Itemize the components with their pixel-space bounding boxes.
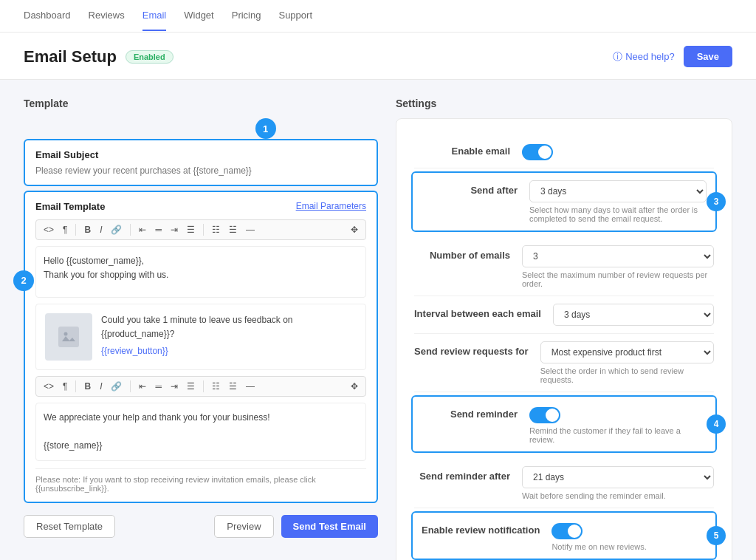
number-of-emails-desc: Select the maximum number of review requ… bbox=[522, 270, 714, 288]
product-preview: Could you take 1 minute to leave us feed… bbox=[35, 304, 366, 370]
email-params-link[interactable]: Email Parameters bbox=[296, 201, 366, 211]
nav-dashboard[interactable]: Dashboard bbox=[24, 1, 71, 31]
settings-section-title: Settings bbox=[396, 98, 732, 109]
send-review-requests-select[interactable]: Most expensive product first Most recent… bbox=[540, 341, 714, 363]
align-right-btn[interactable]: ⇥ bbox=[168, 223, 181, 236]
indent-btn[interactable]: — bbox=[243, 223, 258, 236]
send-review-requests-label: Send review requests for bbox=[414, 341, 529, 357]
number-of-emails-label: Number of emails bbox=[414, 245, 510, 261]
product-text1: Could you take 1 minute to leave us feed… bbox=[101, 315, 293, 325]
interval-select[interactable]: 3 days 1 day 2 days 5 days 7 days bbox=[553, 304, 714, 326]
format-btn-2[interactable]: ¶ bbox=[60, 380, 70, 393]
align-left-btn-2[interactable]: ⇤ bbox=[136, 380, 149, 393]
send-reminder-after-select[interactable]: 21 days 7 days 14 days 30 days bbox=[522, 466, 714, 488]
template-section-title: Template bbox=[24, 98, 378, 109]
product-image bbox=[45, 313, 92, 361]
send-after-desc: Select how many days to wait after the o… bbox=[529, 205, 707, 223]
align-justify-btn[interactable]: ☰ bbox=[184, 223, 198, 236]
italic-btn[interactable]: I bbox=[97, 223, 105, 236]
bold-btn[interactable]: B bbox=[81, 223, 94, 236]
link-btn[interactable]: 🔗 bbox=[108, 223, 125, 236]
nav-email[interactable]: Email bbox=[142, 1, 167, 31]
product-text-area: Could you take 1 minute to leave us feed… bbox=[101, 313, 293, 359]
send-after-highlighted: 3 Send after 3 days 1 day 2 days 5 days … bbox=[411, 171, 717, 232]
ol-btn-2[interactable]: ☱ bbox=[226, 380, 240, 393]
product-text2: {{product_name}}? bbox=[101, 327, 293, 341]
ul-btn-2[interactable]: ☷ bbox=[209, 380, 223, 393]
enable-review-notification-label: Enable review notification bbox=[422, 520, 540, 536]
badge-5: 5 bbox=[707, 526, 726, 545]
send-review-requests-row: Send review requests for Most expensive … bbox=[414, 334, 714, 392]
enable-email-label: Enable email bbox=[414, 141, 510, 157]
align-justify-btn-2[interactable]: ☰ bbox=[184, 380, 198, 393]
need-help-link[interactable]: ⓘ Need help? bbox=[613, 50, 675, 64]
footer-line1: We appreciate your help and thank you fo… bbox=[44, 411, 358, 425]
badge-1: 1 bbox=[255, 118, 276, 139]
enable-review-notification-highlighted: 5 Enable review notification Notify me o… bbox=[411, 511, 717, 560]
footer-note: Please note: If you want to stop receivi… bbox=[35, 468, 366, 493]
format-btn[interactable]: ¶ bbox=[60, 223, 70, 236]
page-title: Email Setup bbox=[24, 47, 117, 66]
send-test-button[interactable]: Send Test Email bbox=[281, 515, 378, 538]
align-left-btn[interactable]: ⇤ bbox=[136, 223, 149, 236]
send-reminder-highlighted: 4 Send reminder Remind the customer if t… bbox=[411, 395, 717, 453]
editor-area-1[interactable]: Hello {{customer_name}}, Thank you for s… bbox=[35, 246, 366, 298]
template-panel: Template 1 Email Subject 2 Email Templat… bbox=[24, 98, 378, 560]
enable-email-toggle[interactable] bbox=[522, 144, 553, 160]
enable-email-row: Enable email bbox=[414, 134, 714, 168]
number-of-emails-select[interactable]: 3 1 2 4 5 bbox=[522, 245, 714, 267]
send-after-select[interactable]: 3 days 1 day 2 days 5 days 7 days bbox=[529, 180, 707, 202]
nav-widget[interactable]: Widget bbox=[184, 1, 213, 31]
expand-btn-1[interactable]: ✥ bbox=[348, 223, 361, 236]
enabled-badge: Enabled bbox=[126, 50, 173, 64]
enable-review-notification-row: Enable review notification Notify me on … bbox=[422, 519, 707, 553]
send-after-row: Send after 3 days 1 day 2 days 5 days 7 … bbox=[422, 179, 707, 225]
indent-btn-2[interactable]: — bbox=[243, 380, 258, 393]
product-text3: {{review_button}} bbox=[101, 344, 293, 358]
number-of-emails-row: Number of emails 3 1 2 4 5 Select the ma… bbox=[414, 238, 714, 296]
email-subject-input[interactable] bbox=[35, 165, 366, 176]
email-subject-label: Email Subject bbox=[35, 149, 366, 160]
enable-review-notification-toggle[interactable] bbox=[551, 523, 583, 539]
editor-toolbar-2: <> ¶ B I 🔗 ⇤ ═ ⇥ ☰ ☷ ☱ — ✥ bbox=[35, 376, 366, 397]
align-right-btn-2[interactable]: ⇥ bbox=[168, 380, 181, 393]
interval-label: Interval between each email bbox=[414, 304, 541, 319]
top-nav: Dashboard Reviews Email Widget Pricing S… bbox=[0, 0, 756, 33]
badge-4: 4 bbox=[707, 414, 726, 434]
ul-btn[interactable]: ☷ bbox=[209, 223, 223, 236]
send-review-requests-desc: Select the order in which to send review… bbox=[540, 366, 714, 384]
reset-template-button[interactable]: Reset Template bbox=[24, 515, 115, 538]
align-center-btn-2[interactable]: ═ bbox=[152, 380, 165, 393]
settings-panel: Settings Enable email 3 Send a bbox=[396, 98, 732, 560]
send-reminder-desc: Remind the customer if they fail to leav… bbox=[529, 426, 707, 444]
nav-pricing[interactable]: Pricing bbox=[232, 1, 261, 31]
interval-row: Interval between each email 3 days 1 day… bbox=[414, 296, 714, 334]
preview-button[interactable]: Preview bbox=[214, 515, 273, 538]
email-subject-box: Email Subject bbox=[24, 139, 378, 186]
send-reminder-label: Send reminder bbox=[422, 404, 518, 420]
link-btn-2[interactable]: 🔗 bbox=[108, 380, 125, 393]
expand-btn-2[interactable]: ✥ bbox=[348, 380, 361, 393]
email-template-box: Email Template Email Parameters <> ¶ B I… bbox=[24, 191, 378, 504]
send-reminder-toggle[interactable] bbox=[529, 407, 560, 423]
bold-btn-2[interactable]: B bbox=[81, 380, 94, 393]
badge-2: 2 bbox=[13, 270, 34, 291]
align-center-btn[interactable]: ═ bbox=[152, 223, 165, 236]
code-btn[interactable]: <> bbox=[41, 223, 57, 236]
body-line1: Hello {{customer_name}}, bbox=[44, 254, 358, 268]
save-button[interactable]: Save bbox=[684, 46, 732, 67]
ol-btn[interactable]: ☱ bbox=[226, 223, 240, 236]
footer-line2: {{store_name}} bbox=[44, 439, 358, 453]
svg-rect-0 bbox=[58, 327, 79, 347]
body-line2: Thank you for shopping with us. bbox=[44, 268, 358, 282]
badge-3: 3 bbox=[707, 192, 726, 211]
nav-support[interactable]: Support bbox=[278, 1, 312, 31]
enable-review-notification-desc: Notify me on new reviews. bbox=[551, 542, 707, 551]
svg-point-1 bbox=[64, 332, 68, 335]
send-reminder-after-row: Send reminder after 21 days 7 days 14 da… bbox=[414, 459, 714, 508]
send-reminder-after-desc: Wait before sending the reminder email. bbox=[522, 491, 714, 500]
italic-btn-2[interactable]: I bbox=[97, 380, 105, 393]
code-btn-2[interactable]: <> bbox=[41, 380, 57, 393]
editor-area-2[interactable]: We appreciate your help and thank you fo… bbox=[35, 403, 366, 462]
nav-reviews[interactable]: Reviews bbox=[89, 1, 125, 31]
